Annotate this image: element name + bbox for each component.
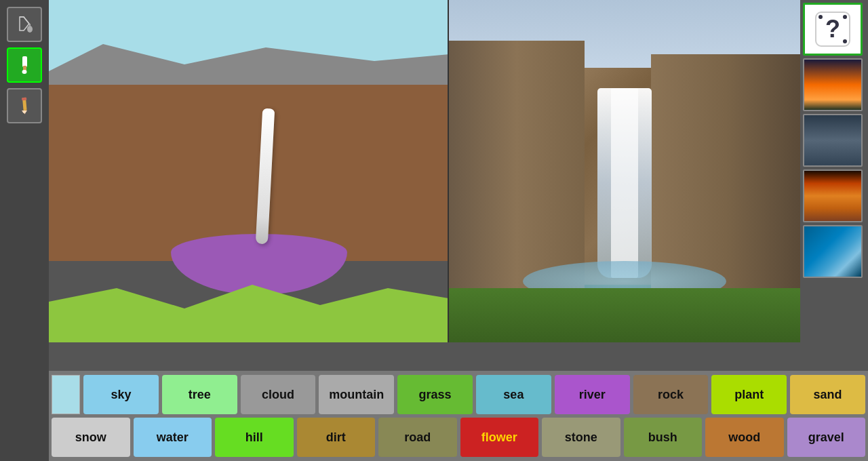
label-water-button[interactable]: water — [134, 418, 212, 457]
svg-point-12 — [843, 15, 847, 19]
label-bush-button[interactable]: bush — [624, 418, 703, 457]
ref-waterfall — [597, 88, 652, 278]
thumbnail-dice[interactable]: ? — [803, 3, 863, 56]
ref-cliff-left — [449, 41, 585, 298]
label-snow-button[interactable]: snow — [52, 418, 130, 457]
label-sand-button[interactable]: sand — [790, 375, 865, 414]
label-rock-button[interactable]: rock — [633, 375, 709, 414]
toolbar — [0, 0, 49, 461]
svg-point-11 — [843, 39, 847, 43]
svg-point-10 — [818, 15, 823, 19]
drawing-canvas[interactable] — [49, 0, 449, 342]
labels-row2: snowwaterhilldirtroadflowerstonebushwood… — [52, 418, 865, 457]
label-wood-button[interactable]: wood — [705, 418, 784, 457]
color-swatch[interactable] — [52, 375, 80, 414]
label-road-button[interactable]: road — [378, 418, 457, 457]
main-content: ? skytreec — [49, 0, 868, 461]
brush-tool[interactable] — [7, 47, 42, 83]
ref-cliff-right — [651, 54, 800, 298]
label-stone-button[interactable]: stone — [542, 418, 620, 457]
label-plant-button[interactable]: plant — [711, 375, 787, 414]
label-flower-button[interactable]: flower — [460, 418, 539, 457]
svg-text:?: ? — [825, 15, 840, 43]
labels-area: skytreecloudmountaingrassseariverrockpla… — [49, 371, 868, 461]
label-cloud-button[interactable]: cloud — [241, 375, 316, 414]
svg-rect-1 — [22, 56, 27, 67]
reference-photo — [449, 0, 800, 342]
svg-point-3 — [22, 70, 27, 74]
label-hill-button[interactable]: hill — [215, 418, 294, 457]
label-river-button[interactable]: river — [555, 375, 630, 414]
thumbnail-sunset[interactable] — [803, 58, 863, 111]
thumbnail-desert[interactable] — [803, 169, 863, 222]
label-sea-button[interactable]: sea — [476, 375, 551, 414]
thumbnail-wave[interactable] — [803, 225, 863, 278]
ref-grass-bottom — [449, 288, 800, 342]
thumbnail-sidebar: ? — [800, 0, 868, 371]
svg-rect-6 — [22, 98, 26, 101]
canvases-row: ? — [49, 0, 868, 371]
thumbnail-clouds[interactable] — [803, 114, 863, 167]
label-gravel-button[interactable]: gravel — [787, 418, 866, 457]
label-sky-button[interactable]: sky — [83, 375, 159, 414]
label-mountain-button[interactable]: mountain — [319, 375, 394, 414]
labels-row1: skytreecloudmountaingrassseariverrockpla… — [52, 375, 865, 414]
label-tree-button[interactable]: tree — [162, 375, 237, 414]
label-grass-button[interactable]: grass — [397, 375, 473, 414]
pencil-tool[interactable] — [7, 88, 42, 123]
svg-point-0 — [27, 26, 33, 33]
label-dirt-button[interactable]: dirt — [297, 418, 376, 457]
paint-bucket-tool[interactable] — [7, 7, 42, 42]
